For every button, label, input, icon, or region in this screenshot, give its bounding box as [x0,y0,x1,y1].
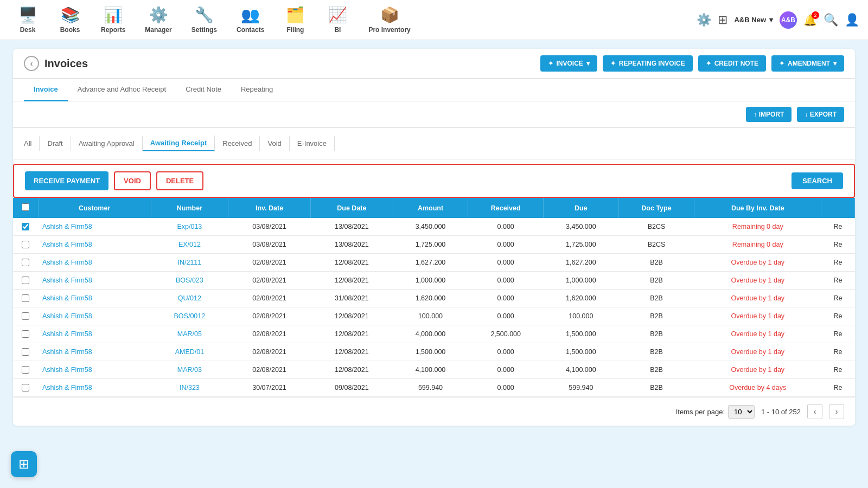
back-button[interactable]: ‹ [24,56,39,71]
row-received: 0.000 [468,307,544,325]
row-customer[interactable]: Ashish & Firm58 [38,307,151,325]
user-menu[interactable]: A&B New ▾ [734,16,773,24]
plus-icon: ✦ [548,60,553,67]
avatar[interactable]: A&B [780,11,797,29]
row-number[interactable]: MAR/05 [151,325,228,343]
row-checkbox-9[interactable] [22,384,29,391]
notification-bell[interactable]: 🔔 2 [803,14,817,27]
row-received: 0.000 [468,379,544,397]
filter-all[interactable]: All [24,136,40,151]
search-button[interactable]: SEARCH [792,172,843,189]
row-customer[interactable]: Ashish & Firm58 [38,361,151,379]
row-number[interactable]: BOS/0012 [151,307,228,325]
gear-icon[interactable]: ⚙️ [697,13,711,27]
table-row: Ashish & Firm58 BOS/023 02/08/2021 12/08… [13,272,855,290]
user-name: A&B New [734,16,766,24]
next-page-button[interactable]: › [829,404,844,419]
row-customer[interactable]: Ashish & Firm58 [38,218,151,236]
row-customer[interactable]: Ashish & Firm58 [38,254,151,272]
nav-item-filing[interactable]: 🗂️ Filing [276,2,314,38]
row-customer[interactable]: Ashish & Firm58 [38,290,151,307]
repeating-invoice-label: REPEATING INVOICE [619,60,685,67]
tab-repeating[interactable]: Repeating [231,79,283,101]
credit-note-button[interactable]: ✦ CREDIT NOTE [698,55,766,72]
nav-item-contacts[interactable]: 👥 Contacts [229,2,272,38]
reports-icon: 📊 [104,6,123,24]
items-per-page-select[interactable]: 10 25 50 [728,405,755,419]
chevron-down-icon-2: ▾ [833,60,837,67]
row-checkbox-3[interactable] [22,277,29,284]
manager-label: Manager [145,26,171,34]
page-title: Invoices [44,57,88,70]
row-checkbox-7[interactable] [22,348,29,356]
row-customer[interactable]: Ashish & Firm58 [38,379,151,397]
row-checkbox-8[interactable] [22,366,29,374]
receive-payment-button[interactable]: RECEIVE PAYMENT [25,171,108,190]
repeating-invoice-button[interactable]: ✦ REPEATING INVOICE [603,55,693,72]
row-number[interactable]: BOS/023 [151,272,228,290]
row-number[interactable]: QU/012 [151,290,228,307]
row-amount: 1,620.000 [393,290,468,307]
profile-icon[interactable]: 👤 [845,13,859,27]
row-number[interactable]: AMED/01 [151,343,228,361]
nav-item-settings[interactable]: 🔧 Settings [184,2,225,38]
tab-invoice[interactable]: Invoice [24,79,68,101]
row-customer[interactable]: Ashish & Firm58 [38,325,151,343]
nav-item-manager[interactable]: ⚙️ Manager [137,2,179,38]
row-number[interactable]: Exp/013 [151,218,228,236]
notification-count: 2 [812,11,819,19]
nav-item-bi[interactable]: 📈 BI [318,2,356,38]
row-due: 100.000 [544,307,618,325]
row-amount: 1,500.000 [393,343,468,361]
action-buttons: RECEIVE PAYMENT VOID DELETE [25,171,203,190]
row-number[interactable]: MAR/03 [151,361,228,379]
nav-item-desk[interactable]: 🖥️ Desk [9,2,47,38]
row-inv-date: 03/08/2021 [228,236,311,254]
select-all-checkbox[interactable] [22,203,29,211]
import-button[interactable]: ↑ IMPORT [746,107,792,122]
row-checkbox-0[interactable] [22,223,29,230]
export-button[interactable]: ↓ EXPORT [797,107,844,122]
row-checkbox-2[interactable] [22,259,29,266]
row-customer[interactable]: Ashish & Firm58 [38,236,151,254]
header-amount: Amount [393,198,468,218]
header-inv-date: Inv. Date [228,198,311,218]
page-header: ‹ Invoices ✦ INVOICE ▾ ✦ REPEATING INVOI… [13,49,855,79]
row-checkbox-5[interactable] [22,312,29,320]
row-received: 0.000 [468,236,544,254]
prev-page-button[interactable]: ‹ [807,404,822,419]
table-row: Ashish & Firm58 AMED/01 02/08/2021 12/08… [13,343,855,361]
row-checkbox-4[interactable] [22,294,29,302]
grid-icon[interactable]: ⊞ [718,13,727,27]
filter-e-invoice[interactable]: E-Invoice [290,136,335,151]
row-checkbox-1[interactable] [22,241,29,248]
row-customer[interactable]: Ashish & Firm58 [38,272,151,290]
filter-received[interactable]: Received [215,136,260,151]
delete-button[interactable]: DELETE [156,171,203,190]
row-due-by-date: Overdue by 1 day [694,361,821,379]
row-customer[interactable]: Ashish & Firm58 [38,343,151,361]
table-body: Ashish & Firm58 Exp/013 03/08/2021 13/08… [13,218,855,397]
row-number[interactable]: IN/323 [151,379,228,397]
nav-item-books[interactable]: 📚 Books [51,2,89,38]
row-due-date: 12/08/2021 [310,254,393,272]
row-number[interactable]: EX/012 [151,236,228,254]
filter-awaiting-approval[interactable]: Awaiting Approval [71,136,143,151]
filter-awaiting-receipt[interactable]: Awaiting Receipt [143,136,215,151]
search-icon[interactable]: 🔍 [824,13,838,27]
main-content: ‹ Invoices ✦ INVOICE ▾ ✦ REPEATING INVOI… [0,40,868,434]
row-number[interactable]: IN/2111 [151,254,228,272]
amendment-button[interactable]: ✦ AMENDMENT ▾ [771,55,844,72]
nav-item-pro-inventory[interactable]: 📦 Pro Inventory [361,2,418,38]
tab-advance[interactable]: Advance and Adhoc Receipt [68,79,176,101]
row-amount: 3,450.000 [393,218,468,236]
filter-draft[interactable]: Draft [40,136,71,151]
row-amount: 1,627.200 [393,254,468,272]
row-checkbox-6[interactable] [22,330,29,338]
row-due-date: 12/08/2021 [310,307,393,325]
nav-item-reports[interactable]: 📊 Reports [93,2,133,38]
filter-void[interactable]: Void [260,136,289,151]
void-button[interactable]: VOID [114,171,151,190]
tab-credit-note[interactable]: Credit Note [176,79,231,101]
invoice-button[interactable]: ✦ INVOICE ▾ [540,55,597,72]
